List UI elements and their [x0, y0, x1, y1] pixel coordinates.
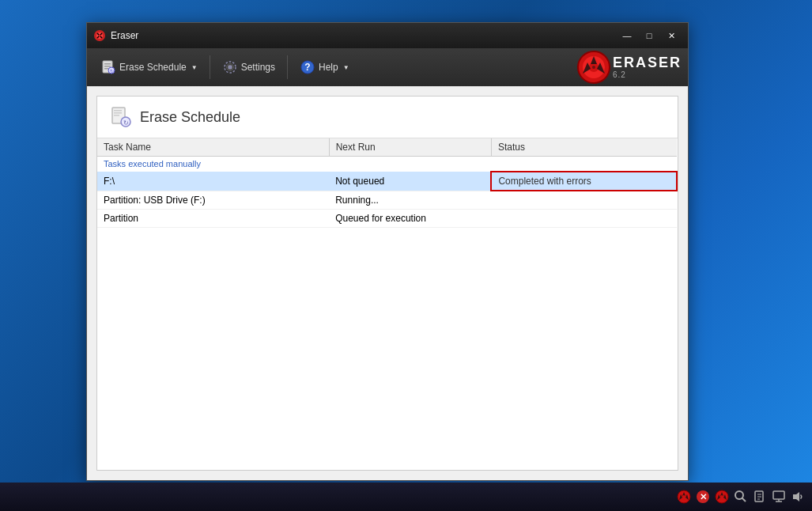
help-arrow: ▼ — [343, 64, 349, 71]
svg-point-4 — [99, 35, 101, 37]
status-cell — [491, 209, 677, 227]
svg-point-20 — [592, 66, 595, 69]
svg-text:?: ? — [304, 62, 310, 73]
tray-eraser-icon[interactable] — [676, 489, 692, 505]
page-header: ↻ Erase Schedule — [97, 97, 678, 138]
table-header-row: Task Name Next Run Status — [97, 138, 677, 157]
svg-point-32 — [720, 495, 723, 498]
tray-volume-icon[interactable] — [790, 489, 806, 505]
maximize-button[interactable]: □ — [639, 27, 659, 44]
next-run-cell: Not queued — [329, 172, 491, 191]
toolbar-divider-2 — [287, 55, 288, 79]
group-label: Tasks executed manually — [97, 157, 677, 172]
svg-text:↻: ↻ — [110, 69, 114, 74]
tasks-table: Task Name Next Run Status Tasks executed… — [97, 138, 678, 228]
settings-button[interactable]: Settings — [215, 53, 282, 81]
svg-rect-39 — [773, 491, 784, 499]
titlebar: Eraser — □ ✕ — [87, 23, 688, 48]
erase-schedule-arrow: ▼ — [191, 64, 198, 71]
next-run-cell: Running... — [329, 191, 491, 209]
svg-point-11 — [228, 65, 232, 70]
col-task-name: Task Name — [97, 138, 329, 157]
settings-label: Settings — [241, 62, 275, 73]
close-button[interactable]: ✕ — [661, 27, 682, 44]
tray-monitor-icon[interactable] — [771, 489, 787, 505]
svg-point-28 — [682, 495, 685, 498]
task-name-cell: Partition — [97, 209, 329, 227]
toolbar: ↻ Erase Schedule ▼ Settings — [87, 48, 688, 86]
settings-icon — [222, 59, 238, 75]
erase-schedule-icon: ↻ — [100, 59, 116, 75]
table-row[interactable]: F:\ Not queued Completed with errors — [97, 172, 677, 191]
toolbar-logo: ERASER 6.2 — [575, 48, 682, 86]
svg-rect-6 — [104, 63, 111, 65]
task-name-cell: Partition: USB Drive (F:) — [97, 191, 329, 209]
toolbar-group-settings: Settings — [215, 53, 282, 81]
erase-schedule-label: Erase Schedule — [119, 62, 187, 73]
svg-rect-7 — [104, 66, 111, 67]
page-header-icon: ↻ — [110, 106, 132, 128]
toolbar-group-schedule: ↻ Erase Schedule ▼ — [93, 53, 205, 81]
help-label: Help — [319, 62, 338, 73]
status-cell — [491, 191, 677, 209]
logo-text-block: ERASER 6.2 — [613, 55, 682, 80]
main-window: Eraser — □ ✕ ↻ — [86, 22, 689, 481]
table-container: Task Name Next Run Status Tasks executed… — [97, 138, 678, 467]
col-next-run: Next Run — [329, 138, 491, 157]
table-body: Tasks executed manually F:\ Not queued C… — [97, 157, 677, 228]
tray-search-icon[interactable] — [733, 489, 749, 505]
titlebar-controls: — □ ✕ — [617, 27, 682, 44]
taskbar: ✕ — [0, 483, 812, 511]
logo-version: 6.2 — [613, 70, 682, 79]
svg-rect-24 — [114, 115, 119, 116]
table-header: Task Name Next Run Status — [97, 138, 677, 157]
help-icon: ? — [300, 59, 315, 75]
svg-text:↻: ↻ — [123, 119, 129, 127]
svg-rect-8 — [104, 68, 108, 70]
col-status: Status — [491, 138, 677, 157]
svg-rect-22 — [114, 110, 122, 112]
tray-eraser2-icon[interactable] — [714, 489, 730, 505]
table-row[interactable]: Partition Queued for execution — [97, 209, 677, 227]
task-name-cell: F:\ — [97, 172, 329, 191]
svg-text:✕: ✕ — [700, 492, 707, 502]
svg-marker-42 — [793, 492, 799, 502]
titlebar-title: Eraser — [111, 30, 617, 41]
minimize-button[interactable]: — — [617, 27, 637, 44]
logo-icon — [575, 48, 613, 86]
erase-schedule-button[interactable]: ↻ Erase Schedule ▼ — [93, 53, 205, 81]
table-row[interactable]: Partition: USB Drive (F:) Running... — [97, 191, 677, 209]
help-button[interactable]: ? Help ▼ — [293, 53, 357, 81]
tray-file-icon[interactable] — [752, 489, 768, 505]
next-run-cell: Queued for execution — [329, 209, 491, 227]
titlebar-icon — [93, 29, 106, 42]
toolbar-group-help: ? Help ▼ — [293, 53, 357, 81]
page-title: Erase Schedule — [140, 109, 240, 126]
status-cell: Completed with errors — [491, 172, 677, 191]
logo-name: ERASER — [613, 55, 682, 70]
svg-rect-23 — [114, 112, 122, 114]
svg-line-34 — [742, 498, 746, 502]
content-area: ↻ Erase Schedule Task Name Next Run Stat… — [96, 96, 678, 471]
table-group-row: Tasks executed manually — [97, 157, 677, 172]
tray-close-icon[interactable]: ✕ — [695, 489, 711, 505]
toolbar-divider-1 — [210, 55, 210, 79]
